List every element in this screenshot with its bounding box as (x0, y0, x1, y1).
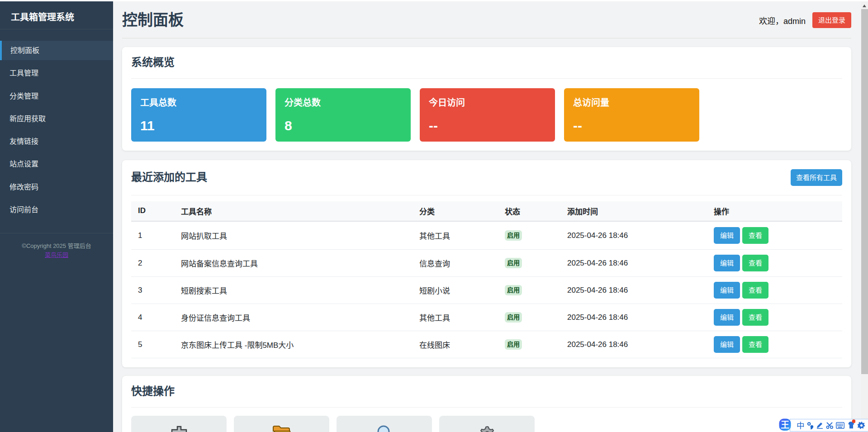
svg-text:中: 中 (797, 421, 805, 430)
svg-text:王: 王 (781, 420, 789, 430)
